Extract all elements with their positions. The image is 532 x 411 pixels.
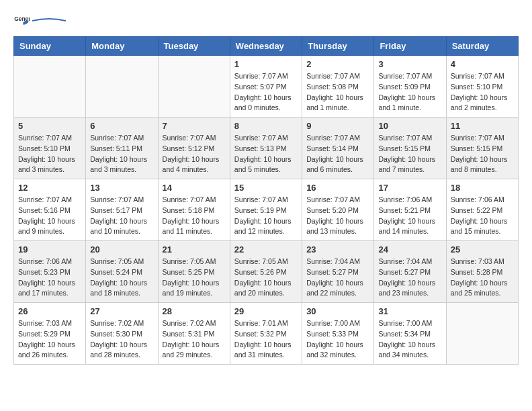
day-info: Sunrise: 7:06 AMSunset: 5:22 PMDaylight:… [451,195,514,237]
day-number: 5 [18,121,81,131]
day-info: Sunrise: 7:07 AMSunset: 5:10 PMDaylight:… [451,71,514,113]
calendar-day-cell [14,56,86,118]
calendar-day-cell: 18Sunrise: 7:06 AMSunset: 5:22 PMDayligh… [446,179,518,241]
day-number: 21 [163,244,226,255]
day-info: Sunrise: 7:07 AMSunset: 5:11 PMDaylight:… [90,133,153,175]
day-number: 15 [234,183,298,193]
day-number: 9 [306,121,369,131]
day-info: Sunrise: 7:06 AMSunset: 5:23 PMDaylight:… [18,257,81,299]
day-info: Sunrise: 7:04 AMSunset: 5:27 PMDaylight:… [306,257,369,299]
weekday-header: Monday [86,37,158,56]
calendar-day-cell [158,56,230,118]
header: General [13,13,519,30]
day-info: Sunrise: 7:07 AMSunset: 5:15 PMDaylight:… [451,133,514,175]
calendar-day-cell: 12Sunrise: 7:07 AMSunset: 5:16 PMDayligh… [14,179,86,241]
calendar-day-cell: 30Sunrise: 7:00 AMSunset: 5:33 PMDayligh… [302,303,374,365]
day-info: Sunrise: 7:07 AMSunset: 5:12 PMDaylight:… [163,133,226,175]
calendar-day-cell: 26Sunrise: 7:03 AMSunset: 5:29 PMDayligh… [14,303,86,365]
day-number: 11 [451,121,514,131]
calendar-day-cell: 14Sunrise: 7:07 AMSunset: 5:18 PMDayligh… [158,179,230,241]
day-info: Sunrise: 7:04 AMSunset: 5:27 PMDaylight:… [378,257,441,299]
day-info: Sunrise: 7:03 AMSunset: 5:29 PMDaylight:… [18,318,81,361]
day-number: 19 [18,244,81,255]
calendar-day-cell: 29Sunrise: 7:01 AMSunset: 5:32 PMDayligh… [230,303,302,365]
calendar-day-cell: 6Sunrise: 7:07 AMSunset: 5:11 PMDaylight… [86,118,158,179]
calendar-day-cell: 7Sunrise: 7:07 AMSunset: 5:12 PMDaylight… [158,118,230,179]
day-info: Sunrise: 7:07 AMSunset: 5:15 PMDaylight:… [378,133,441,175]
day-info: Sunrise: 7:00 AMSunset: 5:34 PMDaylight:… [378,318,441,361]
day-info: Sunrise: 7:07 AMSunset: 5:13 PMDaylight:… [234,133,298,175]
day-number: 25 [451,244,514,255]
day-number: 23 [306,244,369,255]
weekday-header: Friday [374,37,446,56]
calendar-day-cell: 11Sunrise: 7:07 AMSunset: 5:15 PMDayligh… [446,118,518,179]
calendar-day-cell: 3Sunrise: 7:07 AMSunset: 5:09 PMDaylight… [374,56,446,118]
calendar-day-cell: 16Sunrise: 7:07 AMSunset: 5:20 PMDayligh… [302,179,374,241]
day-info: Sunrise: 7:07 AMSunset: 5:17 PMDaylight:… [90,195,153,237]
day-number: 28 [163,306,226,316]
day-info: Sunrise: 7:02 AMSunset: 5:31 PMDaylight:… [163,318,226,361]
day-number: 29 [234,306,298,316]
day-number: 7 [163,121,226,131]
day-info: Sunrise: 7:07 AMSunset: 5:20 PMDaylight:… [306,195,369,237]
weekday-header: Saturday [446,37,518,56]
calendar-week-row: 12Sunrise: 7:07 AMSunset: 5:16 PMDayligh… [14,179,519,241]
day-info: Sunrise: 7:07 AMSunset: 5:18 PMDaylight:… [163,195,226,237]
day-number: 18 [451,183,514,193]
day-number: 16 [306,183,369,193]
day-number: 1 [234,59,298,69]
day-info: Sunrise: 7:06 AMSunset: 5:21 PMDaylight:… [378,195,441,237]
day-number: 8 [234,121,298,131]
calendar-day-cell: 2Sunrise: 7:07 AMSunset: 5:08 PMDaylight… [302,56,374,118]
calendar-day-cell: 27Sunrise: 7:02 AMSunset: 5:30 PMDayligh… [86,303,158,365]
calendar-week-row: 1Sunrise: 7:07 AMSunset: 5:07 PMDaylight… [14,56,519,118]
day-info: Sunrise: 7:07 AMSunset: 5:19 PMDaylight:… [234,195,298,237]
calendar-day-cell: 23Sunrise: 7:04 AMSunset: 5:27 PMDayligh… [302,241,374,303]
day-number: 3 [378,59,441,69]
calendar-day-cell: 21Sunrise: 7:05 AMSunset: 5:25 PMDayligh… [158,241,230,303]
weekday-header: Tuesday [158,37,230,56]
calendar-day-cell: 8Sunrise: 7:07 AMSunset: 5:13 PMDaylight… [230,118,302,179]
day-info: Sunrise: 7:05 AMSunset: 5:26 PMDaylight:… [234,257,298,299]
calendar-day-cell: 22Sunrise: 7:05 AMSunset: 5:26 PMDayligh… [230,241,302,303]
calendar-day-cell: 13Sunrise: 7:07 AMSunset: 5:17 PMDayligh… [86,179,158,241]
logo-swoosh [32,17,66,25]
calendar-week-row: 5Sunrise: 7:07 AMSunset: 5:10 PMDaylight… [14,118,519,179]
calendar-day-cell: 24Sunrise: 7:04 AMSunset: 5:27 PMDayligh… [374,241,446,303]
day-info: Sunrise: 7:07 AMSunset: 5:07 PMDaylight:… [234,71,298,113]
day-number: 6 [90,121,153,131]
day-number: 2 [306,59,369,69]
day-number: 27 [90,306,153,316]
day-number: 22 [234,244,298,255]
weekday-header-row: SundayMondayTuesdayWednesdayThursdayFrid… [14,37,519,56]
day-info: Sunrise: 7:00 AMSunset: 5:33 PMDaylight:… [306,318,369,361]
day-info: Sunrise: 7:07 AMSunset: 5:10 PMDaylight:… [18,133,81,175]
day-info: Sunrise: 7:03 AMSunset: 5:28 PMDaylight:… [451,257,514,299]
day-number: 24 [378,244,441,255]
calendar-day-cell: 28Sunrise: 7:02 AMSunset: 5:31 PMDayligh… [158,303,230,365]
day-info: Sunrise: 7:07 AMSunset: 5:09 PMDaylight:… [378,71,441,113]
calendar-day-cell: 31Sunrise: 7:00 AMSunset: 5:34 PMDayligh… [374,303,446,365]
logo: General [13,13,66,30]
day-number: 12 [18,183,81,193]
calendar-day-cell [446,303,518,365]
day-info: Sunrise: 7:02 AMSunset: 5:30 PMDaylight:… [90,318,153,361]
logo-icon: General [13,13,30,30]
weekday-header: Thursday [302,37,374,56]
day-number: 10 [378,121,441,131]
day-number: 13 [90,183,153,193]
day-info: Sunrise: 7:07 AMSunset: 5:08 PMDaylight:… [306,71,369,113]
calendar-day-cell: 20Sunrise: 7:05 AMSunset: 5:24 PMDayligh… [86,241,158,303]
calendar-table: SundayMondayTuesdayWednesdayThursdayFrid… [13,36,519,365]
day-info: Sunrise: 7:05 AMSunset: 5:24 PMDaylight:… [90,257,153,299]
calendar-day-cell: 25Sunrise: 7:03 AMSunset: 5:28 PMDayligh… [446,241,518,303]
calendar-day-cell: 4Sunrise: 7:07 AMSunset: 5:10 PMDaylight… [446,56,518,118]
day-number: 4 [451,59,514,69]
weekday-header: Sunday [14,37,86,56]
day-number: 17 [378,183,441,193]
calendar-day-cell [86,56,158,118]
day-info: Sunrise: 7:01 AMSunset: 5:32 PMDaylight:… [234,318,298,361]
day-info: Sunrise: 7:07 AMSunset: 5:16 PMDaylight:… [18,195,81,237]
calendar-week-row: 26Sunrise: 7:03 AMSunset: 5:29 PMDayligh… [14,303,519,365]
day-number: 30 [306,306,369,316]
